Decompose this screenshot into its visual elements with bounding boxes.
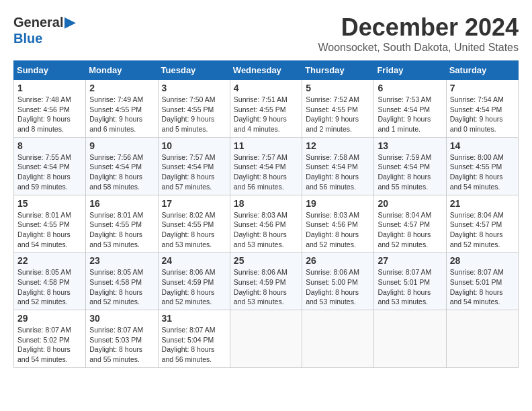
page-header: General ▶ Blue December 2024 Woonsocket,… [13, 13, 519, 54]
day-number: 30 [89, 313, 154, 324]
day-number: 15 [17, 198, 82, 209]
day-info: Sunrise: 8:07 AMSunset: 5:04 PMDaylight:… [162, 325, 226, 365]
day-info: Sunrise: 8:00 AMSunset: 4:55 PMDaylight:… [450, 152, 515, 192]
day-number: 9 [89, 140, 154, 151]
calendar-day-cell: 28Sunrise: 8:07 AMSunset: 5:01 PMDayligh… [446, 253, 518, 310]
day-number: 8 [17, 140, 82, 151]
calendar-day-cell: 31Sunrise: 8:07 AMSunset: 5:04 PMDayligh… [158, 310, 230, 368]
calendar-day-cell: 7Sunrise: 7:54 AMSunset: 4:54 PMDaylight… [446, 80, 518, 138]
day-number: 10 [162, 140, 226, 151]
day-number: 3 [162, 83, 226, 93]
day-number: 20 [378, 198, 442, 209]
day-number: 14 [450, 140, 515, 151]
calendar-day-cell: 30Sunrise: 8:07 AMSunset: 5:03 PMDayligh… [86, 310, 158, 368]
header-monday: Monday [86, 61, 158, 80]
day-info: Sunrise: 7:52 AMSunset: 4:55 PMDaylight:… [306, 95, 370, 134]
day-number: 25 [234, 255, 298, 266]
calendar-day-cell: 9Sunrise: 7:56 AMSunset: 4:54 PMDaylight… [86, 137, 158, 195]
day-info: Sunrise: 8:05 AMSunset: 4:58 PMDaylight:… [89, 267, 154, 307]
day-info: Sunrise: 8:07 AMSunset: 5:03 PMDaylight:… [89, 325, 154, 365]
day-info: Sunrise: 7:51 AMSunset: 4:55 PMDaylight:… [234, 95, 298, 134]
day-info: Sunrise: 7:56 AMSunset: 4:54 PMDaylight:… [89, 152, 154, 192]
day-info: Sunrise: 7:49 AMSunset: 4:55 PMDaylight:… [89, 95, 154, 134]
calendar-day-cell: 20Sunrise: 8:04 AMSunset: 4:57 PMDayligh… [374, 195, 446, 253]
day-number: 26 [306, 255, 370, 266]
day-info: Sunrise: 8:04 AMSunset: 4:57 PMDaylight:… [450, 210, 515, 250]
calendar-day-cell: 19Sunrise: 8:03 AMSunset: 4:56 PMDayligh… [302, 195, 374, 253]
calendar-day-cell: 24Sunrise: 8:06 AMSunset: 4:59 PMDayligh… [158, 253, 230, 310]
day-number: 12 [306, 140, 370, 151]
calendar-day-cell: 11Sunrise: 7:57 AMSunset: 4:54 PMDayligh… [230, 137, 302, 195]
day-number: 5 [306, 83, 370, 93]
day-number: 29 [17, 313, 82, 324]
day-number: 24 [162, 255, 226, 266]
calendar-day-cell: 23Sunrise: 8:05 AMSunset: 4:58 PMDayligh… [86, 253, 158, 310]
calendar-day-cell: 12Sunrise: 7:58 AMSunset: 4:54 PMDayligh… [302, 137, 374, 195]
calendar-day-cell: 16Sunrise: 8:01 AMSunset: 4:55 PMDayligh… [86, 195, 158, 253]
calendar-week-row: 29Sunrise: 8:07 AMSunset: 5:02 PMDayligh… [14, 310, 519, 368]
header-saturday: Saturday [446, 61, 518, 80]
calendar-day-cell: 29Sunrise: 8:07 AMSunset: 5:02 PMDayligh… [14, 310, 86, 368]
day-number: 22 [17, 255, 82, 266]
day-info: Sunrise: 8:03 AMSunset: 4:56 PMDaylight:… [306, 210, 370, 250]
day-number: 1 [17, 83, 82, 93]
calendar-day-cell: 2Sunrise: 7:49 AMSunset: 4:55 PMDaylight… [86, 80, 158, 138]
logo: General ▶ Blue [13, 13, 76, 46]
day-info: Sunrise: 7:53 AMSunset: 4:54 PMDaylight:… [378, 95, 442, 134]
day-number: 4 [234, 83, 298, 93]
calendar-day-cell: 17Sunrise: 8:02 AMSunset: 4:55 PMDayligh… [158, 195, 230, 253]
header-thursday: Thursday [302, 61, 374, 80]
day-info: Sunrise: 8:07 AMSunset: 5:02 PMDaylight:… [17, 325, 82, 365]
day-number: 18 [234, 198, 298, 209]
calendar-day-cell [230, 310, 302, 368]
day-number: 21 [450, 198, 515, 209]
calendar-day-cell: 27Sunrise: 8:07 AMSunset: 5:01 PMDayligh… [374, 253, 446, 310]
day-info: Sunrise: 8:07 AMSunset: 5:01 PMDaylight:… [378, 267, 442, 307]
day-number: 11 [234, 140, 298, 151]
day-info: Sunrise: 8:06 AMSunset: 5:00 PMDaylight:… [306, 267, 370, 307]
calendar-day-cell: 26Sunrise: 8:06 AMSunset: 5:00 PMDayligh… [302, 253, 374, 310]
header-tuesday: Tuesday [158, 61, 230, 80]
day-info: Sunrise: 7:57 AMSunset: 4:54 PMDaylight:… [234, 152, 298, 192]
day-info: Sunrise: 8:06 AMSunset: 4:59 PMDaylight:… [162, 267, 226, 307]
day-info: Sunrise: 7:59 AMSunset: 4:54 PMDaylight:… [378, 152, 442, 192]
day-number: 31 [162, 313, 226, 324]
day-info: Sunrise: 8:05 AMSunset: 4:58 PMDaylight:… [17, 267, 82, 307]
calendar-day-cell: 6Sunrise: 7:53 AMSunset: 4:54 PMDaylight… [374, 80, 446, 138]
day-number: 7 [450, 83, 515, 93]
day-number: 16 [89, 198, 154, 209]
day-info: Sunrise: 7:57 AMSunset: 4:54 PMDaylight:… [162, 152, 226, 192]
day-number: 23 [89, 255, 154, 266]
calendar-day-cell: 22Sunrise: 8:05 AMSunset: 4:58 PMDayligh… [14, 253, 86, 310]
calendar-week-row: 15Sunrise: 8:01 AMSunset: 4:55 PMDayligh… [14, 195, 519, 253]
logo-blue-text: Blue [13, 31, 42, 46]
day-number: 28 [450, 255, 515, 266]
day-info: Sunrise: 8:07 AMSunset: 5:01 PMDaylight:… [450, 267, 515, 307]
day-info: Sunrise: 8:04 AMSunset: 4:57 PMDaylight:… [378, 210, 442, 250]
calendar-day-cell: 4Sunrise: 7:51 AMSunset: 4:55 PMDaylight… [230, 80, 302, 138]
calendar-day-cell [302, 310, 374, 368]
calendar-week-row: 1Sunrise: 7:48 AMSunset: 4:56 PMDaylight… [14, 80, 519, 138]
day-info: Sunrise: 7:50 AMSunset: 4:55 PMDaylight:… [162, 95, 226, 134]
day-number: 2 [89, 83, 154, 93]
calendar-day-cell [374, 310, 446, 368]
day-info: Sunrise: 8:01 AMSunset: 4:55 PMDaylight:… [89, 210, 154, 250]
calendar-day-cell: 10Sunrise: 7:57 AMSunset: 4:54 PMDayligh… [158, 137, 230, 195]
header-sunday: Sunday [14, 61, 86, 80]
calendar-day-cell: 13Sunrise: 7:59 AMSunset: 4:54 PMDayligh… [374, 137, 446, 195]
calendar-day-cell: 3Sunrise: 7:50 AMSunset: 4:55 PMDaylight… [158, 80, 230, 138]
header-friday: Friday [374, 61, 446, 80]
calendar-day-cell: 14Sunrise: 8:00 AMSunset: 4:55 PMDayligh… [446, 137, 518, 195]
calendar-day-cell: 25Sunrise: 8:06 AMSunset: 4:59 PMDayligh… [230, 253, 302, 310]
day-number: 6 [378, 83, 442, 93]
day-info: Sunrise: 7:58 AMSunset: 4:54 PMDaylight:… [306, 152, 370, 192]
title-section: December 2024 Woonsocket, South Dakota, … [318, 13, 519, 54]
day-info: Sunrise: 8:02 AMSunset: 4:55 PMDaylight:… [162, 210, 226, 250]
header-wednesday: Wednesday [230, 61, 302, 80]
day-number: 13 [378, 140, 442, 151]
calendar-week-row: 8Sunrise: 7:55 AMSunset: 4:54 PMDaylight… [14, 137, 519, 195]
calendar-day-cell: 8Sunrise: 7:55 AMSunset: 4:54 PMDaylight… [14, 137, 86, 195]
logo-general-text: General [13, 15, 63, 30]
calendar-day-cell: 1Sunrise: 7:48 AMSunset: 4:56 PMDaylight… [14, 80, 86, 138]
calendar-header-row: Sunday Monday Tuesday Wednesday Thursday… [14, 61, 519, 80]
